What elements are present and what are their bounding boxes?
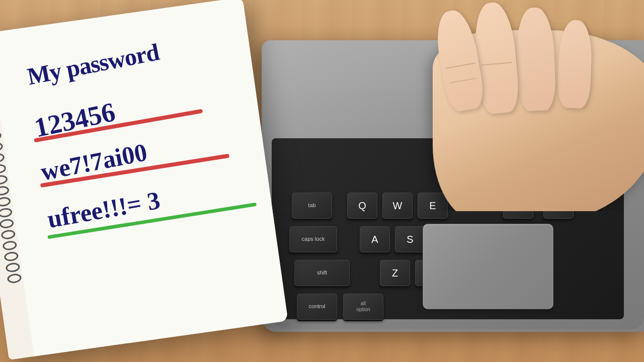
shift-key[interactable]: shift xyxy=(294,260,350,286)
finger-ring xyxy=(515,7,556,111)
notebook: My password 123456 we7!7ai00 ufree!!!= 3 xyxy=(0,0,288,360)
spiral-coil xyxy=(5,262,20,273)
spiral-coil xyxy=(0,163,7,174)
s-key[interactable]: S xyxy=(395,226,425,252)
z-key[interactable]: Z xyxy=(380,260,410,286)
trackpad[interactable] xyxy=(423,224,553,309)
hand-area xyxy=(382,0,644,211)
spiral-coil xyxy=(0,174,8,186)
spiral-coil xyxy=(0,152,5,163)
control-key[interactable]: control xyxy=(297,294,337,320)
q-key[interactable]: Q xyxy=(347,193,377,219)
caps-lock-key[interactable]: caps lock xyxy=(289,226,337,252)
spiral-coil xyxy=(2,240,17,251)
spiral-coil xyxy=(0,196,11,207)
spiral-coil xyxy=(7,273,22,284)
tab-key[interactable]: tab xyxy=(292,193,332,219)
scene: tab Q W E T Y caps loc xyxy=(0,0,644,362)
notebook-title: My password xyxy=(25,38,162,90)
notebook-paper: My password 123456 we7!7ai00 ufree!!!= 3 xyxy=(0,0,288,356)
spiral-coil xyxy=(1,229,16,240)
option-key[interactable]: alt option xyxy=(343,294,383,320)
spiral-coil xyxy=(4,251,19,262)
a-key[interactable]: A xyxy=(360,226,390,252)
spiral-coil xyxy=(0,207,13,218)
spiral-coil xyxy=(0,186,10,197)
notebook-content: My password 123456 we7!7ai00 ufree!!!= 3 xyxy=(18,11,288,333)
spiral-coil xyxy=(0,218,14,229)
spiral-coil xyxy=(0,131,2,142)
spiral-coil xyxy=(0,142,3,153)
